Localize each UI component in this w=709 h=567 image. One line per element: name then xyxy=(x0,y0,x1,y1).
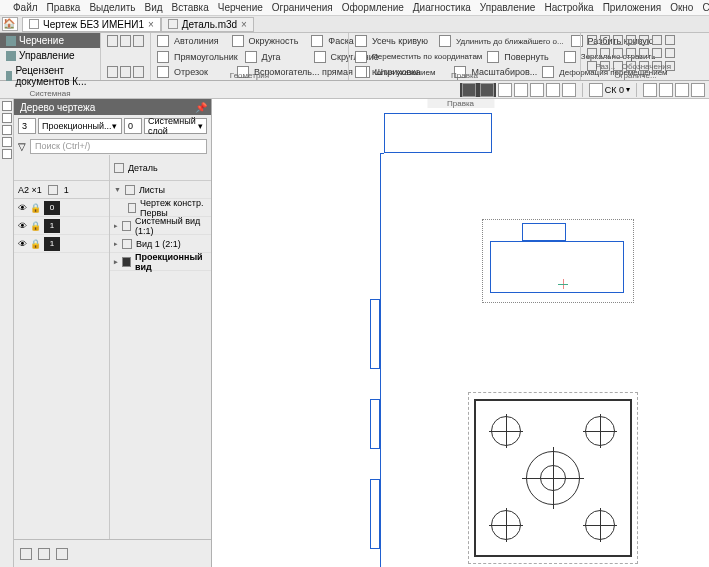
close-icon[interactable]: × xyxy=(148,19,154,30)
menu-select[interactable]: Выделить xyxy=(89,2,135,13)
tool-icon[interactable] xyxy=(2,113,12,123)
dim-icon[interactable] xyxy=(639,35,649,45)
ribbon-group-dim: Раз... Обозначения Ограниче... xyxy=(580,33,690,80)
chamfer-icon[interactable] xyxy=(311,35,323,47)
dim-icon[interactable] xyxy=(587,48,597,58)
save-icon[interactable] xyxy=(133,35,144,47)
ribbon-iconpad-file xyxy=(100,33,150,80)
doc-icon xyxy=(29,19,39,29)
drawing-canvas[interactable]: Правка xyxy=(212,99,709,567)
view-row-ctrl[interactable]: 👁🔒1 xyxy=(14,217,109,235)
menu-window[interactable]: Окно xyxy=(670,2,693,13)
ctx-icon[interactable] xyxy=(675,83,689,97)
menu-manage[interactable]: Управление xyxy=(480,2,536,13)
menu-help[interactable]: Справка xyxy=(702,2,709,13)
tool-icon[interactable] xyxy=(2,101,12,111)
rect-icon[interactable] xyxy=(157,51,169,63)
menu-apps[interactable]: Приложения xyxy=(603,2,662,13)
view-node-sys[interactable]: ▸Системный вид (1:1) xyxy=(110,217,211,235)
home-button[interactable]: 🏠▾ xyxy=(2,17,18,31)
sheet-node[interactable]: Чертеж констр. Первы xyxy=(110,199,211,217)
bottom-icon[interactable] xyxy=(38,548,50,560)
view-row-ctrl[interactable]: 👁🔒1 xyxy=(14,235,109,253)
dim-icon[interactable] xyxy=(626,48,636,58)
tool-icon[interactable] xyxy=(2,137,12,147)
pin-icon[interactable]: 📌 xyxy=(195,102,205,112)
layer-num[interactable]: 0 xyxy=(124,118,142,134)
menu-file[interactable]: Файл xyxy=(13,2,38,13)
ctx-icon[interactable] xyxy=(498,83,512,97)
circle-icon[interactable] xyxy=(232,35,244,47)
move-icon[interactable] xyxy=(355,51,367,63)
ctx-icon[interactable] xyxy=(643,83,657,97)
dim-icon[interactable] xyxy=(665,35,675,45)
rotate-icon[interactable] xyxy=(487,51,499,63)
proj-num[interactable]: 3 xyxy=(18,118,36,134)
undo-icon[interactable] xyxy=(120,66,131,78)
filter-icon[interactable]: ▽ xyxy=(18,141,26,152)
dim-icon[interactable] xyxy=(613,48,623,58)
autoline-icon[interactable] xyxy=(157,35,169,47)
menu-design[interactable]: Оформление xyxy=(342,2,404,13)
dim-icon[interactable] xyxy=(600,35,610,45)
menu-diag[interactable]: Диагностика xyxy=(413,2,471,13)
close-icon[interactable]: × xyxy=(241,19,247,30)
dim-icon[interactable] xyxy=(652,35,662,45)
ctx-icon[interactable] xyxy=(480,83,494,97)
ctx-icon[interactable] xyxy=(659,83,673,97)
tool-icon[interactable] xyxy=(2,125,12,135)
view-row-ctrl[interactable]: 👁🔒0 xyxy=(14,199,109,217)
origin-marker xyxy=(558,279,568,289)
menu-view[interactable]: Вид xyxy=(145,2,163,13)
open-icon[interactable] xyxy=(120,35,131,47)
sheets-node[interactable]: ▼Листы xyxy=(110,181,211,199)
ribbon-tab-review[interactable]: Рецензент документов К... xyxy=(0,63,100,89)
ribbon-tab-manage[interactable]: Управление xyxy=(0,48,100,63)
proj-select[interactable]: Проекционный... ▾ xyxy=(38,118,122,134)
new-icon[interactable] xyxy=(107,35,118,47)
search-input[interactable]: Поиск (Ctrl+/) xyxy=(30,139,207,154)
redo-icon[interactable] xyxy=(133,66,144,78)
doc-tab-drawing[interactable]: Чертеж БЕЗ ИМЕНИ1 × xyxy=(22,17,161,32)
extend-icon[interactable] xyxy=(439,35,451,47)
fillet-icon[interactable] xyxy=(314,51,326,63)
layer-select[interactable]: Системный слой ▾ xyxy=(144,118,207,134)
ctx-icon[interactable] xyxy=(514,83,528,97)
bottom-icon[interactable] xyxy=(56,548,68,560)
dim-icon[interactable] xyxy=(626,35,636,45)
menu-constraints[interactable]: Ограничения xyxy=(272,2,333,13)
sheets-icon xyxy=(125,185,135,195)
tool-icon[interactable] xyxy=(2,149,12,159)
dim-icon[interactable] xyxy=(652,48,662,58)
detail-icon xyxy=(114,163,124,173)
ctx-icon[interactable] xyxy=(691,83,705,97)
ctx-icon[interactable] xyxy=(530,83,544,97)
ctx-icon[interactable] xyxy=(562,83,576,97)
menu-settings[interactable]: Настройка xyxy=(544,2,593,13)
tab-icon xyxy=(6,71,12,81)
view-node-1[interactable]: ▸Вид 1 (2:1) xyxy=(110,235,211,253)
doc-tab-part[interactable]: Деталь.m3d × xyxy=(161,17,254,32)
menu-edit[interactable]: Правка xyxy=(47,2,81,13)
sheet-format[interactable]: А2 ×1 1 xyxy=(14,181,109,199)
dim-icon[interactable] xyxy=(665,48,675,58)
cs-label: СК 0 xyxy=(605,85,624,95)
ctx-icon[interactable] xyxy=(589,83,603,97)
left-toolstrip xyxy=(0,99,14,567)
mirror-icon[interactable] xyxy=(564,51,576,63)
bottom-icon[interactable] xyxy=(20,548,32,560)
dim-icon[interactable] xyxy=(587,35,597,45)
ribbon-tab-drawing[interactable]: Черчение xyxy=(0,33,100,48)
ctx-icon[interactable] xyxy=(546,83,560,97)
dim-icon[interactable] xyxy=(639,48,649,58)
view-node-proj[interactable]: ▸Проекционный вид xyxy=(110,253,211,271)
menu-insert[interactable]: Вставка xyxy=(172,2,209,13)
print-icon[interactable] xyxy=(107,66,118,78)
filter-row: 3 Проекционный... ▾ 0 Системный слой ▾ xyxy=(14,115,211,137)
menu-drawing[interactable]: Черчение xyxy=(218,2,263,13)
text-icon[interactable] xyxy=(600,48,610,58)
dim-icon[interactable] xyxy=(613,35,623,45)
trim-icon[interactable] xyxy=(355,35,367,47)
ctx-icon[interactable] xyxy=(462,83,476,97)
arc-icon[interactable] xyxy=(245,51,257,63)
